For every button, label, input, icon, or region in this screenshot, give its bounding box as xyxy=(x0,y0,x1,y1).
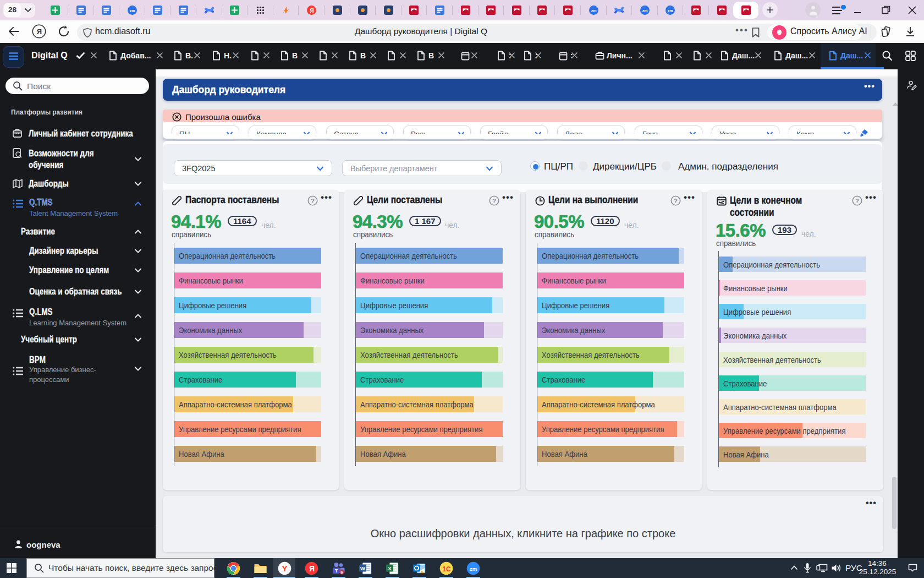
svg-text:?: ? xyxy=(492,198,496,204)
svg-text:Я: Я xyxy=(310,7,314,14)
svg-text:?: ? xyxy=(674,198,678,204)
svg-text:zm: zm xyxy=(130,9,135,13)
svg-text:Я: Я xyxy=(37,28,42,36)
svg-text:?: ? xyxy=(311,198,315,204)
svg-text:1С: 1С xyxy=(442,565,451,573)
svg-text:zm: zm xyxy=(591,9,597,13)
svg-text:Я: Я xyxy=(309,564,315,573)
svg-text:X: X xyxy=(388,565,392,571)
svg-text:?: ? xyxy=(855,198,859,204)
svg-text:zm: zm xyxy=(470,566,477,572)
svg-text:W: W xyxy=(360,565,365,571)
svg-text:T: T xyxy=(335,568,338,574)
svg-text:zm: zm xyxy=(668,9,673,13)
svg-text:6: 6 xyxy=(340,570,343,575)
svg-text:Y: Y xyxy=(282,564,287,573)
svg-text:zm: zm xyxy=(642,9,648,13)
